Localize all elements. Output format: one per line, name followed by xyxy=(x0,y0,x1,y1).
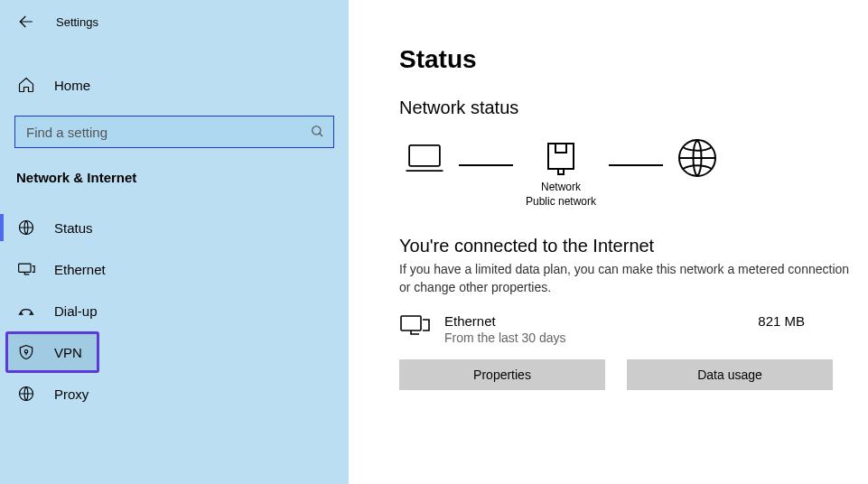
window-title: Settings xyxy=(56,15,98,29)
ethernet-icon xyxy=(16,260,36,278)
adapter-usage: 821 MB xyxy=(758,313,850,329)
adapter-icon xyxy=(399,313,432,345)
sidebar-item-dialup[interactable]: Dial-up xyxy=(0,290,349,331)
home-icon xyxy=(16,76,36,94)
dialup-icon xyxy=(16,302,36,320)
search-input[interactable] xyxy=(24,124,310,141)
sidebar-item-label: Proxy xyxy=(54,386,89,402)
globe-icon xyxy=(676,136,719,182)
diagram-node-label: Network xyxy=(541,181,581,193)
sidebar-nav-list: Status Ethernet Dial-up VPN Proxy xyxy=(0,207,349,414)
svg-rect-2 xyxy=(19,264,31,272)
svg-rect-6 xyxy=(548,144,574,169)
page-title: Status xyxy=(399,45,850,74)
vpn-icon xyxy=(16,343,36,361)
back-icon[interactable] xyxy=(18,14,34,30)
svg-point-0 xyxy=(313,126,321,134)
adapter-usage-row: Ethernet From the last 30 days 821 MB xyxy=(399,313,850,345)
sidebar-item-label: Dial-up xyxy=(54,303,98,319)
diagram-node-sublabel: Public network xyxy=(526,195,596,208)
main-content: Status Network status Network Public net… xyxy=(349,0,868,484)
section-title: Network status xyxy=(399,98,850,118)
sidebar-item-label: Ethernet xyxy=(54,262,106,277)
connected-desc: If you have a limited data plan, you can… xyxy=(399,260,850,297)
sidebar-item-label: VPN xyxy=(54,345,82,360)
sidebar-group-title: Network & Internet xyxy=(0,148,349,192)
properties-button[interactable]: Properties xyxy=(399,359,605,390)
sidebar-item-ethernet[interactable]: Ethernet xyxy=(0,248,349,290)
svg-point-3 xyxy=(24,350,27,353)
sidebar-item-status[interactable]: Status xyxy=(0,207,349,248)
sidebar-item-vpn[interactable]: VPN xyxy=(5,331,99,373)
adapter-button-row: Properties Data usage xyxy=(399,359,850,390)
laptop-icon xyxy=(403,140,446,179)
sidebar-home[interactable]: Home xyxy=(0,65,349,105)
router-icon xyxy=(543,140,579,179)
data-usage-button[interactable]: Data usage xyxy=(627,359,833,390)
adapter-subtext: From the last 30 days xyxy=(444,330,745,345)
sidebar-header: Settings xyxy=(0,5,349,38)
settings-sidebar: Settings Home Network & Internet Status … xyxy=(0,0,349,484)
network-diagram: Network Public network xyxy=(403,136,850,212)
adapter-name: Ethernet xyxy=(444,313,745,329)
search-icon xyxy=(310,124,324,141)
search-input-wrap[interactable] xyxy=(14,116,334,148)
svg-rect-8 xyxy=(401,316,421,330)
proxy-icon xyxy=(16,385,36,403)
svg-rect-5 xyxy=(409,145,440,166)
sidebar-item-label: Status xyxy=(54,220,93,236)
home-label: Home xyxy=(54,78,90,93)
connected-heading: You're connected to the Internet xyxy=(399,236,850,256)
sidebar-item-proxy[interactable]: Proxy xyxy=(0,373,349,414)
status-icon xyxy=(16,219,36,237)
